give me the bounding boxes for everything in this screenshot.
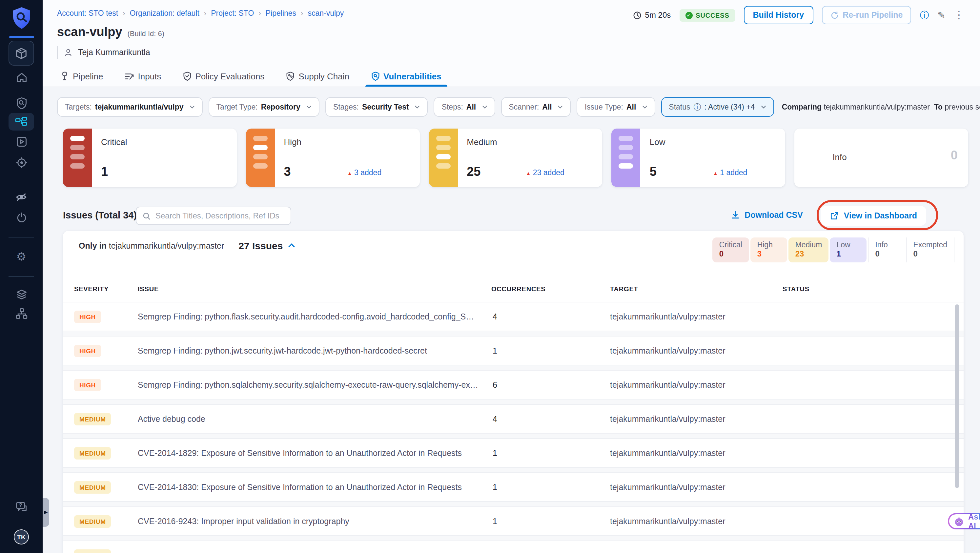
tab-inputs[interactable]: Inputs (123, 65, 163, 87)
download-csv-button[interactable]: Download CSV (731, 211, 803, 220)
sto-logo-icon[interactable] (0, 6, 43, 30)
chip-low[interactable]: Low1 (830, 237, 867, 262)
sidebar-project-layers-icon[interactable] (0, 289, 43, 300)
main-area: Account: STO test › Organization: defaul… (43, 0, 980, 553)
breadcrumb-organization[interactable]: Organization: default (130, 9, 199, 17)
card-label: Low (650, 137, 665, 147)
tab-supply-chain[interactable]: Supply Chain (284, 65, 351, 87)
author-row: Teja Kummarikuntla (57, 46, 150, 59)
added-delta: ▲1 added (713, 168, 747, 176)
chip-critical[interactable]: Critical0 (713, 237, 749, 262)
chip-high[interactable]: High3 (751, 237, 788, 262)
expand-arrow-icon: ▶ (44, 510, 48, 515)
breadcrumb-current[interactable]: scan-vulpy (308, 9, 344, 17)
sidebar-get-started-power-icon[interactable] (0, 212, 43, 224)
triangle-up-icon: ▲ (713, 170, 718, 176)
sidebar-help-chat-icon[interactable]: ? (0, 501, 43, 513)
table-scrollbar[interactable] (955, 304, 959, 488)
chevron-down-icon (189, 104, 195, 110)
sidebar-divider (8, 276, 34, 277)
sidebar-divider (8, 237, 34, 238)
build-duration: 5m 20s (633, 11, 671, 20)
sidebar-exemptions-eye-slash-icon[interactable] (0, 192, 43, 203)
module-selector-cube-icon[interactable] (8, 41, 34, 65)
filter-stages[interactable]: Stages:Security Test (325, 97, 428, 117)
chevron-up-icon (288, 243, 295, 248)
info-icon: ⓘ (694, 102, 701, 112)
issue-title: Semgrep Finding: python.flask.security.a… (138, 312, 479, 321)
sidebar-scans-shield-search-icon[interactable] (0, 97, 43, 109)
ask-ai-button[interactable]: Ask AI (948, 513, 980, 529)
search-box[interactable] (136, 207, 291, 225)
occurrences: 1 (493, 516, 497, 526)
user-icon (64, 48, 73, 57)
sidebar-home-icon[interactable] (0, 72, 43, 83)
edit-pencil-icon[interactable]: ✎ (938, 11, 945, 20)
filter-issue-type[interactable]: Issue Type:All (577, 97, 655, 117)
chip-info[interactable]: Info0 (868, 237, 905, 262)
filter-scanner[interactable]: Scanner:All (501, 97, 571, 117)
chevron-down-icon (306, 104, 312, 110)
table-row[interactable]: HIGH Semgrep Finding: python.flask.secur… (63, 302, 964, 331)
table-row[interactable]: MEDIUM (63, 540, 964, 553)
issues-panel: Only in tejakummarikuntla/vulpy:master 2… (63, 231, 964, 553)
card-count: 3 (284, 165, 291, 179)
chip-medium[interactable]: Medium23 (789, 237, 829, 262)
filter-status[interactable]: Status ⓘ : Active (34) +4 (661, 97, 774, 117)
table-row[interactable]: MEDIUM Active debug code 4 tejakummariku… (63, 404, 964, 434)
table-row[interactable]: HIGH Semgrep Finding: python.jwt.securit… (63, 336, 964, 365)
table-row[interactable]: MEDIUM CVE-2014-1829: Exposure of Sensit… (63, 438, 964, 468)
table-row[interactable]: HIGH Semgrep Finding: python.sqlalchemy.… (63, 370, 964, 399)
severity-summary-cards: Critical 1 High 3 ▲3 added Medium 25 ▲23… (63, 129, 968, 187)
tab-pipeline[interactable]: Pipeline (58, 65, 105, 87)
tab-policy-evaluations[interactable]: Policy Evaluations (181, 65, 266, 87)
table-row[interactable]: MEDIUM CVE-2016-9243: Improper input val… (63, 507, 964, 536)
rerun-pipeline-button[interactable]: Re-run Pipeline (822, 6, 911, 24)
sidebar-pipelines-icon[interactable] (8, 113, 34, 130)
info-icon[interactable]: ⓘ (920, 11, 929, 20)
filter-targets[interactable]: Targets:tejakummarikuntla/vulpy (57, 97, 203, 117)
card-count: 0 (951, 148, 958, 163)
supply-chain-shield-icon (286, 72, 294, 81)
kebab-menu-icon[interactable]: ⋮ (954, 10, 964, 20)
target: tejakummarikuntla/vulpy:master (610, 414, 725, 423)
low-card[interactable]: Low 5 ▲1 added (612, 129, 786, 187)
severity-badge: MEDIUM (74, 413, 111, 425)
table-row[interactable]: MEDIUM CVE-2014-1830: Exposure of Sensit… (63, 472, 964, 502)
sidebar-org-network-icon[interactable] (0, 308, 43, 319)
occurrences: 4 (493, 312, 497, 321)
breadcrumb-project[interactable]: Project: STO (211, 9, 254, 17)
comparing-text: Comparing tejakummarikuntla/vulpy:master… (782, 103, 980, 111)
group-count-toggle[interactable]: 27 Issues (239, 240, 295, 251)
view-in-dashboard-button[interactable]: View in Dashboard (821, 206, 926, 226)
target: tejakummarikuntla/vulpy:master (610, 448, 725, 458)
critical-card[interactable]: Critical 1 (63, 129, 237, 187)
card-label: Medium (467, 137, 497, 147)
filter-target-type[interactable]: Target Type:Repository (208, 97, 320, 117)
column-severity: SEVERITY (74, 285, 108, 292)
chip-exempted[interactable]: Exempted0 (906, 237, 955, 262)
search-input[interactable] (156, 211, 285, 221)
target: tejakummarikuntla/vulpy:master (610, 483, 725, 492)
user-avatar[interactable]: TK (14, 529, 29, 545)
build-history-button[interactable]: Build History (744, 6, 813, 24)
sidebar-executions-icon[interactable] (0, 136, 43, 148)
left-sidebar: ⚙ ? TK (0, 0, 43, 553)
sidebar-targets-crosshair-icon[interactable] (0, 157, 43, 168)
high-card[interactable]: High 3 ▲3 added (246, 129, 420, 187)
breadcrumb-account[interactable]: Account: STO test (57, 9, 118, 17)
sidebar-expand-handle[interactable]: ▶ (43, 498, 49, 527)
occurrences: 6 (493, 380, 497, 389)
chevron-down-icon (642, 104, 647, 110)
severity-badge: HIGH (74, 345, 101, 357)
issue-title: Active debug code (138, 414, 205, 423)
occurrences: 1 (493, 346, 497, 355)
breadcrumb-separator: › (123, 9, 125, 17)
breadcrumb-separator: › (204, 9, 206, 17)
tab-vulnerabilities[interactable]: Vulnerabilities (369, 65, 444, 87)
info-card[interactable]: Info 0 (794, 129, 968, 187)
breadcrumb-pipelines[interactable]: Pipelines (266, 9, 296, 17)
medium-card[interactable]: Medium 25 ▲23 added (429, 129, 603, 187)
filter-steps[interactable]: Steps:All (434, 97, 495, 117)
sidebar-settings-gear-icon[interactable]: ⚙ (0, 250, 43, 264)
